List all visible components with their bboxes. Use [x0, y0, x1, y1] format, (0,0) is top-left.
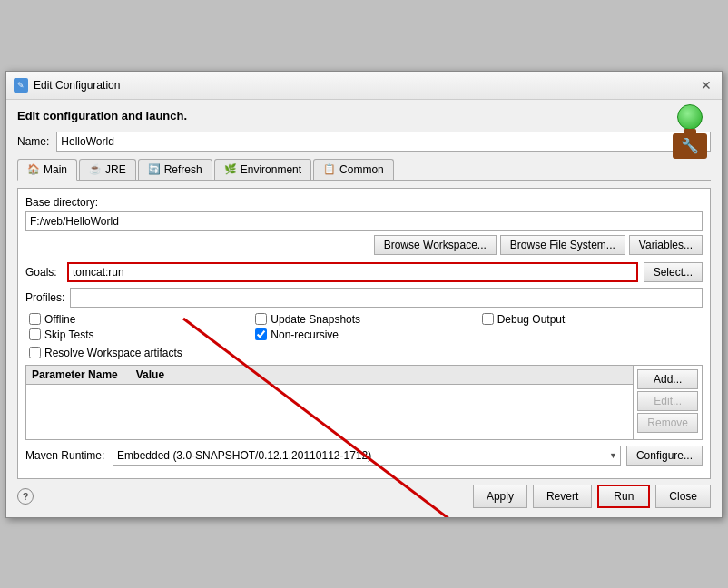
configure-button[interactable]: Configure...: [626, 446, 703, 466]
base-directory-label: Base directory:: [25, 196, 703, 209]
params-buttons: Add... Edit... Remove: [633, 366, 702, 439]
tab-main[interactable]: 🏠 Main: [17, 159, 77, 181]
maven-runtime-label: Maven Runtime:: [25, 449, 107, 462]
tab-jre[interactable]: ☕ JRE: [79, 159, 136, 180]
checkbox-resolve-workspace-input[interactable]: [29, 347, 41, 358]
browse-buttons-row: Browse Workspace... Browse File System..…: [25, 235, 703, 255]
checkbox-debug-output-input[interactable]: [482, 313, 494, 325]
dialog-wrapper: ✎ Edit Configuration ✕ 🔧 Edit configurat…: [5, 71, 723, 518]
checkbox-offline-label: Offline: [44, 313, 75, 326]
tab-common[interactable]: 📋 Common: [313, 159, 394, 180]
green-indicator: [677, 104, 703, 130]
params-table-body: [26, 385, 633, 439]
checkbox-non-recursive-input[interactable]: [255, 328, 267, 340]
tab-refresh[interactable]: 🔄 Refresh: [138, 159, 212, 180]
tab-common-label: Common: [339, 163, 384, 176]
goals-label: Goals:: [25, 266, 62, 279]
tab-refresh-label: Refresh: [164, 163, 202, 176]
param-value-column-header: Value: [136, 368, 164, 381]
checkbox-update-snapshots-label: Update Snapshots: [271, 313, 360, 326]
title-bar: ✎ Edit Configuration ✕: [6, 72, 722, 100]
apply-button[interactable]: Apply: [473, 485, 527, 508]
browse-file-system-button[interactable]: Browse File System...: [500, 235, 625, 255]
tabs-bar: 🏠 Main ☕ JRE 🔄 Refresh 🌿 Environment 📋: [17, 159, 711, 181]
edit-configuration-dialog: ✎ Edit Configuration ✕ 🔧 Edit configurat…: [5, 71, 723, 518]
help-button[interactable]: ?: [17, 488, 34, 505]
checkbox-offline: Offline: [29, 313, 250, 326]
close-button[interactable]: Close: [655, 485, 711, 508]
tab-environment[interactable]: 🌿 Environment: [214, 159, 311, 180]
base-directory-section: Base directory: Browse Workspace... Brow…: [25, 196, 703, 255]
maven-runtime-select[interactable]: Embedded (3.0-SNAPSHOT/0.12.1.20110112-1…: [113, 446, 621, 466]
checkbox-update-snapshots: Update Snapshots: [255, 313, 476, 326]
goals-row: Goals: Select...: [25, 262, 703, 282]
checkbox-resolve-workspace-label: Resolve Workspace artifacts: [44, 347, 182, 359]
toolbar-icons: 🔧: [673, 104, 707, 159]
title-bar-left: ✎ Edit Configuration: [14, 78, 120, 93]
checkbox-skip-tests-label: Skip Tests: [44, 328, 93, 341]
add-button[interactable]: Add...: [637, 369, 698, 389]
toolbox-icon: 🔧: [673, 133, 707, 159]
profiles-label: Profiles:: [25, 291, 64, 304]
name-row: Name:: [17, 132, 711, 152]
variables-button[interactable]: Variables...: [629, 235, 703, 255]
checkbox-offline-input[interactable]: [29, 313, 41, 325]
base-directory-input[interactable]: [25, 211, 703, 231]
params-table: Parameter Name Value: [26, 366, 633, 439]
jre-tab-icon: ☕: [89, 163, 102, 175]
checkbox-non-recursive: Non-recursive: [255, 328, 476, 341]
tab-content: Base directory: Browse Workspace... Brow…: [17, 188, 711, 479]
tab-jre-label: JRE: [105, 163, 126, 176]
window-close-button[interactable]: ✕: [698, 77, 714, 93]
main-tab-icon: 🏠: [27, 163, 40, 175]
checkbox-skip-tests: Skip Tests: [29, 328, 250, 341]
footer-row: ? Apply Revert Run Close: [17, 479, 711, 508]
checkbox-non-recursive-label: Non-recursive: [271, 328, 339, 341]
dialog-title: Edit Configuration: [34, 79, 120, 92]
checkboxes-grid: Offline Update Snapshots Debug Output Sk…: [25, 313, 703, 341]
refresh-tab-icon: 🔄: [148, 163, 161, 175]
checkbox-update-snapshots-input[interactable]: [255, 313, 267, 325]
name-input[interactable]: [56, 132, 711, 152]
run-button[interactable]: Run: [597, 485, 650, 508]
checkbox-debug-output-label: Debug Output: [497, 313, 566, 326]
resolve-workspace-row: Resolve Workspace artifacts: [25, 347, 703, 359]
dialog-subtitle: Edit configuration and launch.: [17, 109, 711, 122]
maven-runtime-row: Maven Runtime: Embedded (3.0-SNAPSHOT/0.…: [25, 446, 703, 466]
tab-main-label: Main: [44, 163, 67, 176]
params-section: Parameter Name Value Add... Edit... Remo…: [25, 365, 703, 440]
revert-button[interactable]: Revert: [533, 485, 592, 508]
edit-button[interactable]: Edit...: [637, 391, 698, 411]
params-table-header: Parameter Name Value: [26, 366, 633, 385]
dialog-icon: ✎: [14, 78, 28, 93]
browse-workspace-button[interactable]: Browse Workspace...: [374, 235, 497, 255]
environment-tab-icon: 🌿: [224, 163, 237, 175]
profiles-input[interactable]: [70, 288, 703, 308]
dialog-body: Edit configuration and launch. Name: 🏠 M…: [6, 100, 722, 517]
bottom-buttons: Apply Revert Run Close: [473, 485, 711, 508]
remove-button[interactable]: Remove: [637, 413, 698, 433]
name-label: Name:: [17, 135, 49, 148]
goals-input[interactable]: [67, 262, 638, 282]
profiles-row: Profiles:: [25, 288, 703, 308]
select-button[interactable]: Select...: [644, 262, 703, 282]
checkbox-debug-output: Debug Output: [482, 313, 703, 326]
param-name-column-header: Parameter Name: [32, 368, 118, 381]
checkbox-skip-tests-input[interactable]: [29, 328, 41, 340]
tab-environment-label: Environment: [241, 163, 301, 176]
maven-select-wrap: Embedded (3.0-SNAPSHOT/0.12.1.20110112-1…: [113, 446, 621, 466]
common-tab-icon: 📋: [323, 163, 336, 175]
